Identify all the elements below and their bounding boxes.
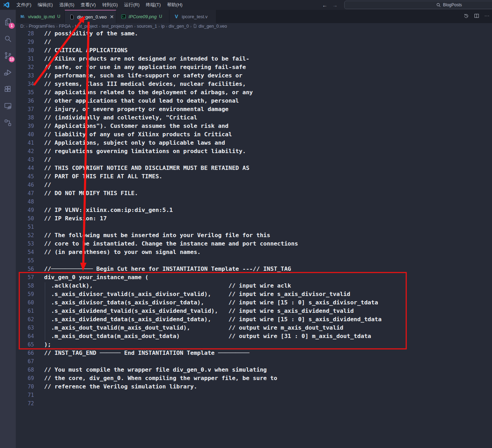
- breadcrumb-file[interactable]: div_gen_0.veo: [199, 24, 227, 29]
- history-icon[interactable]: [464, 13, 470, 20]
- code-text: // (in parentheses) to your own signal n…: [34, 248, 201, 256]
- menu-f[interactable]: 文件(F): [13, 0, 35, 10]
- activity-item-source-control[interactable]: 13: [0, 47, 16, 64]
- code-line-51: 51: [16, 223, 492, 231]
- more-actions-icon[interactable]: [484, 13, 490, 20]
- tab-label: ipcore_test.v: [182, 14, 208, 19]
- menu-t[interactable]: 终端(T): [143, 0, 164, 10]
- code-text: .s_axis_divisor_tdata(s_axis_divisor_tda…: [34, 298, 378, 307]
- activity-item-run-debug[interactable]: [0, 64, 16, 81]
- code-line-37: 37// injury, or severe property or envir…: [16, 105, 492, 113]
- activity-item-remote-explorer[interactable]: [0, 97, 16, 114]
- code-text: // The following must be inserted into y…: [34, 231, 270, 240]
- code-text: // THIS COPYRIGHT NOTICE AND DISCLAIMER …: [34, 164, 249, 172]
- code-text: // core to be instantiated. Change the i…: [34, 240, 298, 248]
- activity-item-explorer[interactable]: 1: [0, 13, 16, 30]
- code-line-30: 30// CRITICAL APPLICATIONS: [16, 46, 492, 55]
- code-text: // Applications"). Customer assumes the …: [34, 122, 229, 130]
- remote-explorer-icon: [4, 102, 12, 110]
- line-number: 72: [16, 399, 34, 408]
- chevron-right-icon: ›: [99, 24, 101, 28]
- tab-div_gen_0-veo[interactable]: div_gen_0.veo✕: [65, 10, 116, 23]
- code-text: );: [34, 340, 51, 349]
- editor-group: M↓vivado_ip.mdUdiv_gen_0.veo✕IPCore09.pn…: [16, 10, 492, 448]
- nav-back-icon[interactable]: ←: [322, 2, 327, 8]
- code-text: // injury, or severe property or environ…: [34, 105, 229, 113]
- code-text: .m_axis_dout_tvalid(m_axis_dout_tvalid),…: [34, 324, 343, 332]
- activity-item-search[interactable]: [0, 30, 16, 47]
- breadcrumb-segment[interactable]: test_project: [75, 24, 98, 29]
- line-number: 35: [16, 88, 34, 97]
- line-number: 47: [16, 189, 34, 198]
- line-number: 68: [16, 366, 34, 374]
- code-line-67: 67: [16, 357, 492, 366]
- vscode-logo-icon: [3, 1, 10, 8]
- tab-ipcore09-png[interactable]: IPCore09.pngU: [116, 10, 169, 23]
- breadcrumb-segment[interactable]: FPGA: [59, 24, 71, 29]
- split-editor-icon[interactable]: [474, 13, 480, 20]
- markdown-icon: M↓: [21, 14, 25, 19]
- menu-e[interactable]: 编辑(E): [35, 0, 56, 10]
- tab-ipcore_test-v[interactable]: Vipcore_test.v: [169, 10, 216, 23]
- line-number: 44: [16, 164, 34, 172]
- line-number: 37: [16, 105, 34, 113]
- line-number: 46: [16, 181, 34, 189]
- code-text: //: [34, 181, 51, 189]
- menu-v[interactable]: 查看(V): [77, 0, 99, 10]
- menu-s[interactable]: 选择(S): [56, 0, 77, 10]
- close-icon[interactable]: ✕: [110, 14, 114, 20]
- breadcrumb-segment[interactable]: sources_1: [137, 24, 157, 29]
- breadcrumb-segment[interactable]: D:: [20, 24, 25, 29]
- code-line-53: 53// core to be instantiated. Change the…: [16, 240, 492, 248]
- code-line-31: 31// Xilinx products are not designed or…: [16, 55, 492, 63]
- code-line-45: 45// PART OF THIS FILE AT ALL TIMES.: [16, 172, 492, 181]
- code-text: [34, 357, 44, 366]
- vscode-window: 文件(F)编辑(E)选择(S)查看(V)转到(G)运行(R)终端(T)帮助(H)…: [0, 0, 492, 448]
- line-number: 34: [16, 80, 34, 88]
- history-icon: [464, 13, 470, 19]
- code-line-28: 28// possibility of the same.: [16, 29, 492, 38]
- image-icon: [121, 14, 126, 19]
- code-text: .s_axis_divisor_tvalid(s_axis_divisor_tv…: [34, 290, 350, 298]
- menu-h[interactable]: 帮助(H): [164, 0, 186, 10]
- line-number: 60: [16, 298, 34, 307]
- menu-r[interactable]: 运行(R): [121, 0, 143, 10]
- code-line-54: 54// (in parentheses) to your own signal…: [16, 248, 492, 256]
- line-number: 54: [16, 248, 34, 256]
- code-text: // applications related to the deploymen…: [34, 88, 253, 97]
- editor-actions: [464, 10, 490, 23]
- line-number: 36: [16, 97, 34, 105]
- breadcrumb-segment[interactable]: div_gen_0: [169, 24, 189, 29]
- code-line-49: 49// IP VLNV: xilinx.com:ip:div_gen:5.1: [16, 206, 492, 214]
- chevron-right-icon: ›: [56, 24, 58, 28]
- code-line-56: 56//──────────── Begin Cut here for INST…: [16, 265, 492, 273]
- breadcrumb-segment[interactable]: ProgramFiles: [29, 24, 55, 29]
- code-text: // You must compile the wrapper file div…: [34, 366, 267, 374]
- menu-g[interactable]: 转到(G): [99, 0, 121, 10]
- activity-item-hierarchy[interactable]: [0, 114, 16, 131]
- breadcrumb[interactable]: D:›ProgramFiles›FPGA›test_project›test_p…: [16, 23, 492, 29]
- line-number: 62: [16, 315, 34, 324]
- search-icon: [436, 3, 441, 7]
- line-number: 55: [16, 256, 34, 265]
- code-line-29: 29//: [16, 38, 492, 46]
- code-line-72: 72: [16, 399, 492, 408]
- chevron-right-icon: ›: [134, 24, 136, 28]
- split-editor-icon: [474, 13, 480, 19]
- code-editor[interactable]: 28// possibility of the same.29//30// CR…: [16, 29, 492, 448]
- code-text: // other applications that could lead to…: [34, 97, 239, 105]
- nav-forward-icon[interactable]: →: [332, 2, 338, 8]
- hierarchy-icon: [4, 118, 12, 127]
- line-number: 32: [16, 63, 34, 71]
- breadcrumb-segment[interactable]: ip: [161, 24, 165, 29]
- code-line-33: 33// performance, such as life-support o…: [16, 71, 492, 80]
- command-center-search[interactable]: BlogPosts: [344, 1, 492, 9]
- tab-vivado_ip-md[interactable]: M↓vivado_ip.mdU: [16, 10, 65, 23]
- code-text: [34, 399, 44, 408]
- code-line-46: 46//: [16, 181, 492, 189]
- breadcrumb-segment[interactable]: test_project.gen: [102, 24, 133, 29]
- activity-item-extensions[interactable]: [0, 81, 16, 97]
- line-number: 51: [16, 223, 34, 231]
- line-number: 41: [16, 139, 34, 147]
- code-line-57: 57div_gen_0 your_instance_name (: [16, 273, 492, 282]
